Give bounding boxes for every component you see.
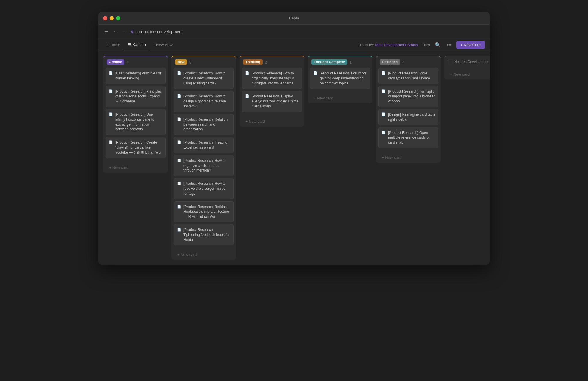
card-doc-icon: 📄: [177, 182, 181, 185]
new-card-link-no-idea[interactable]: + New card: [447, 70, 490, 79]
kanban-card[interactable]: 📄[Product Research] How to organize card…: [174, 155, 234, 176]
traffic-lights: [103, 16, 120, 20]
card-doc-icon: 📄: [245, 71, 249, 75]
kanban-card[interactable]: 📄[Product Research] Rethink Heptabase's …: [174, 201, 234, 222]
sidebar-toggle-button[interactable]: ☰: [103, 28, 110, 36]
titlebar: Hepta: [98, 12, 490, 25]
tabs-left: ⊞ Table ☰ Kanban + New view: [103, 40, 357, 50]
card-doc-icon: 📄: [177, 205, 181, 209]
window-title: Hepta: [289, 16, 299, 20]
col-badge-thought-complete[interactable]: Thought Complete: [311, 59, 347, 65]
tab-table[interactable]: ⊞ Table: [103, 40, 124, 50]
minimize-button[interactable]: [110, 16, 114, 20]
col-count-thinking: 2: [265, 60, 267, 64]
col-cards-new: 📄[Product Research] How to create a new …: [171, 68, 236, 249]
kanban-card[interactable]: 📄[Product Research] How to design a good…: [174, 91, 234, 112]
tab-kanban-label: Kanban: [133, 42, 146, 47]
card-doc-icon: 📄: [382, 89, 386, 93]
new-card-link-thought-complete[interactable]: + New card: [310, 94, 370, 103]
kanban-card[interactable]: 📄[Product Research] How to create a new …: [174, 68, 234, 89]
kanban-card[interactable]: 📄[Product Research] More card types for …: [378, 68, 438, 84]
col-cards-thought-complete: 📄[Product Research] Forum for gaining de…: [308, 68, 372, 93]
kanban-card[interactable]: 📄[Produt Research] Display everyday's wa…: [242, 91, 302, 112]
filter-button[interactable]: Filter: [422, 43, 430, 47]
kanban-card[interactable]: 📄[Design] Reimagine card tab's right sid…: [378, 109, 438, 125]
card-doc-icon: 📄: [382, 131, 386, 134]
card-text: [Product Research] Rethink Heptabase's i…: [183, 204, 230, 219]
tabs-actions-bar: ⊞ Table ☰ Kanban + New view Group by: Id…: [98, 39, 490, 51]
new-card-button[interactable]: + New Card: [456, 41, 485, 49]
col-cards-archive: 📄[User Research] Principles of human thi…: [103, 68, 168, 162]
col-header-designed: Designed4: [376, 56, 441, 68]
new-card-link-archive[interactable]: + New card: [106, 163, 166, 172]
card-doc-icon: 📄: [382, 71, 386, 75]
new-view-button[interactable]: + New view: [150, 41, 176, 48]
maximize-button[interactable]: [116, 16, 120, 20]
navigation-toolbar: ☰ ← → # product idea development: [98, 25, 490, 39]
col-badge-thinking[interactable]: Thinking: [243, 59, 263, 65]
kanban-board: Archive4📄[User Research] Principles of h…: [98, 51, 490, 265]
new-card-link-designed[interactable]: + New card: [378, 153, 438, 162]
kanban-card[interactable]: 📄[User Research] Principles of human thi…: [106, 68, 166, 84]
col-badge-new[interactable]: New: [175, 59, 187, 65]
forward-button[interactable]: →: [121, 28, 128, 36]
kanban-column-archive: Archive4📄[User Research] Principles of h…: [103, 56, 168, 173]
card-text: [Product Research] How to design a good …: [183, 94, 230, 109]
kanban-card[interactable]: 📄[Product Research] Turn split or import…: [378, 86, 438, 107]
card-text: [User Research] Principles of human thin…: [115, 71, 162, 81]
card-text: [Product Research] How to organically in…: [252, 71, 299, 86]
card-text: [Product Research] How to resolve the di…: [183, 181, 230, 196]
kanban-card[interactable]: 📄[Product Research] Tightening feedback …: [174, 224, 234, 245]
card-text: [Product Research] Treating Excel cell a…: [183, 140, 230, 150]
card-text: [Product Research] More card types for C…: [388, 71, 435, 81]
kanban-card[interactable]: 📄[Product Research] Relation between sea…: [174, 114, 234, 135]
card-doc-icon: 📄: [177, 140, 181, 144]
table-icon: ⊞: [107, 43, 110, 47]
card-doc-icon: 📄: [109, 140, 113, 144]
new-card-link-thinking[interactable]: + New card: [242, 117, 302, 126]
page-title: product idea development: [135, 29, 183, 34]
card-text: [Product Research] How to organize cards…: [183, 158, 230, 173]
card-doc-icon: 📄: [245, 94, 249, 98]
kanban-card[interactable]: 📄[Product Research] Use infinity horizon…: [106, 109, 166, 135]
kanban-card[interactable]: 📄[Product Research] How to organically i…: [242, 68, 302, 89]
col-header-no-idea: No Idea Development Sta...0: [444, 56, 490, 67]
more-options-button[interactable]: •••: [445, 41, 453, 49]
group-by: Group by: Idea Development Status: [357, 43, 418, 47]
toolbar-left: ☰ ← → # product idea development: [103, 28, 485, 36]
col-label-no-idea: No Idea Development Sta...: [454, 60, 490, 64]
col-cards-no-idea: [444, 67, 490, 69]
col-cards-thinking: 📄[Product Research] How to organically i…: [240, 68, 304, 116]
card-text: [Product Research] Tightening feedback l…: [183, 227, 230, 242]
kanban-card[interactable]: 📄[Product Research] Principles of Knowle…: [106, 86, 166, 107]
kanban-card[interactable]: 📄[Product Research] Create "playlist" fo…: [106, 137, 166, 158]
new-view-label: + New view: [153, 43, 173, 47]
group-by-label: Group by:: [357, 43, 374, 47]
card-text: [Product Research] Open multiple referen…: [388, 130, 435, 145]
card-doc-icon: 📄: [177, 71, 181, 75]
col-badge-archive[interactable]: Archive: [107, 59, 124, 65]
col-header-thought-complete: Thought Complete1: [308, 56, 372, 68]
tab-kanban[interactable]: ☰ Kanban: [124, 40, 149, 50]
back-button[interactable]: ←: [112, 28, 119, 36]
kanban-card[interactable]: 📄[Product Research] Forum for gaining de…: [310, 68, 370, 89]
card-text: [Product Research] How to create a new w…: [183, 71, 230, 86]
search-button[interactable]: 🔍: [434, 41, 442, 49]
col-cards-designed: 📄[Product Research] More card types for …: [376, 68, 441, 152]
card-text: [Product Research] Use infinity horizont…: [115, 112, 162, 132]
kanban-column-thinking: Thinking2📄[Product Research] How to orga…: [240, 56, 304, 127]
card-doc-icon: 📄: [313, 71, 318, 75]
kanban-card[interactable]: 📄[Product Research] How to resolve the d…: [174, 178, 234, 199]
kanban-card[interactable]: 📄[Product Research] Open multiple refere…: [378, 127, 438, 148]
col-count-thought-complete: 1: [350, 60, 352, 64]
app-window: Hepta ☰ ← → # product idea development ⊞…: [98, 12, 490, 265]
group-by-value[interactable]: Idea Development Status: [375, 43, 418, 47]
kanban-card[interactable]: 📄[Product Research] Treating Excel cell …: [174, 137, 234, 153]
col-header-thinking: Thinking2: [240, 56, 304, 68]
col-badge-designed[interactable]: Designed: [380, 59, 400, 65]
breadcrumb: # product idea development: [131, 29, 183, 34]
hash-icon: #: [131, 29, 133, 34]
new-card-link-new[interactable]: + New card: [174, 250, 234, 259]
close-button[interactable]: [103, 16, 107, 20]
card-text: [Product Research] Create "playlist" for…: [115, 140, 162, 155]
